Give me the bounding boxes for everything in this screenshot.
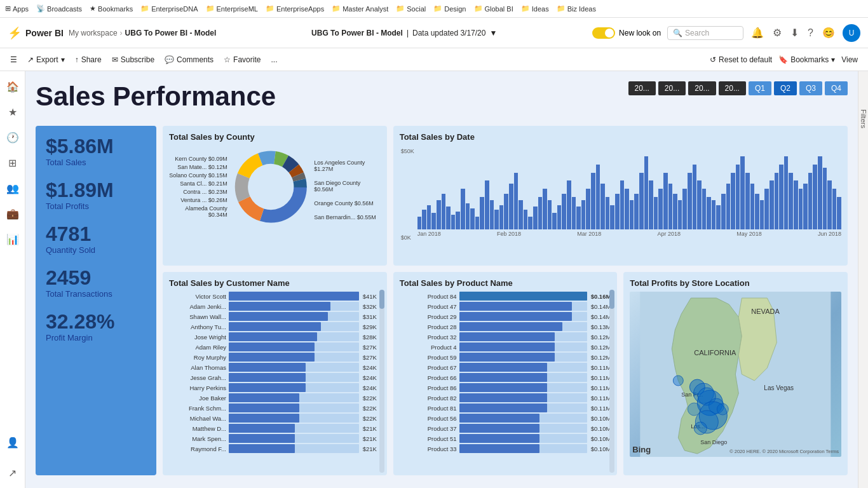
product-bar-label: Product 81 <box>400 405 457 412</box>
california-label: CALIFORNIA <box>695 349 737 356</box>
product-chart-title: Total Sales by Product Name <box>400 278 611 288</box>
breadcrumb-report[interactable]: UBG To Power BI - Model <box>125 29 217 37</box>
ts-bar <box>634 194 639 229</box>
nav-globalbi[interactable]: 📁 Global BI <box>474 4 513 13</box>
new-look-toggle[interactable] <box>592 27 615 39</box>
sidebar-shared[interactable]: 👥 <box>3 178 23 198</box>
dashboard: Sales Performance 20... 20... 20... 20..… <box>25 71 858 488</box>
nav-design[interactable]: 📁 Design <box>433 4 466 13</box>
notification-icon[interactable]: 🔔 <box>750 25 765 40</box>
year-btn-2[interactable]: 20... <box>658 81 686 95</box>
ts-bar <box>485 180 489 229</box>
toolbar-right: ↺ Reset to default 🔖 Bookmarks ▾ View <box>710 55 858 64</box>
year-btn-4[interactable]: 20... <box>719 81 746 95</box>
ts-bar <box>446 207 451 229</box>
nav-apps[interactable]: ⊞ Apps <box>5 4 29 13</box>
nav-masteranalyst[interactable]: 📁 Master Analyst <box>332 4 388 13</box>
donut-label-solano: Solano County $0.15M <box>169 172 227 179</box>
year-btn-1[interactable]: 20... <box>628 81 656 95</box>
product-scrollbar-thumb[interactable] <box>609 290 614 309</box>
broadcasts-icon: 📡 <box>36 4 45 13</box>
ts-bar <box>775 173 779 229</box>
product-bar-value: $0.10M <box>591 445 611 452</box>
ts-bar <box>422 210 426 229</box>
hamburger-icon: ☰ <box>10 55 17 64</box>
year-btn-3[interactable]: 20... <box>688 81 715 95</box>
nav-enterprisedna[interactable]: 📁 EnterpriseDNA <box>140 4 198 13</box>
nav-enterpriseapps[interactable]: 📁 EnterpriseApps <box>266 4 324 13</box>
quarter-btn-q4[interactable]: Q4 <box>825 81 848 95</box>
customer-bar-row: Shawn Wall... $31K <box>169 312 381 321</box>
bookmarks-star-icon: ★ <box>90 4 96 13</box>
nav-social[interactable]: 📁 Social <box>396 4 426 13</box>
emoji-icon[interactable]: 😊 <box>821 25 836 40</box>
customer-bar-fill <box>229 363 306 372</box>
quarter-btn-q3[interactable]: Q3 <box>799 81 822 95</box>
bookmarks-button[interactable]: 🔖 Bookmarks ▾ <box>778 55 835 64</box>
ts-bar <box>658 189 663 229</box>
customer-bar-fill <box>229 444 295 453</box>
export-button[interactable]: ↗ Export ▾ <box>27 55 65 64</box>
customer-bar-track <box>229 292 359 301</box>
map-dot-9 <box>688 403 701 416</box>
quarter-btn-q2[interactable]: Q2 <box>774 81 797 95</box>
nav-bookmarks[interactable]: ★ Bookmarks <box>90 4 133 13</box>
total-transactions-label: Total Transactions <box>46 289 146 299</box>
dropdown-icon[interactable]: ▼ <box>489 29 497 37</box>
customer-bar-label: Anthony Tu... <box>169 323 226 330</box>
sidebar-apps[interactable]: ⊞ <box>3 152 23 173</box>
nav-bizideas[interactable]: 📁 Biz Ideas <box>557 4 596 13</box>
product-bar-value: $0.11M <box>591 384 611 391</box>
map-copyright: © 2020 HERE. © 2020 Microsoft Corporatio… <box>729 449 839 454</box>
customer-bar-row: Mark Spen... $21K <box>169 434 381 443</box>
customer-bar-chart: Victor Scott $41K Adam Jenki... $32K Sha… <box>169 292 381 453</box>
ts-bar <box>461 189 465 229</box>
sidebar-expand[interactable]: ↗ <box>3 463 23 483</box>
nav-broadcasts[interactable]: 📡 Broadcasts <box>36 4 82 13</box>
sidebar-workspaces[interactable]: 💼 <box>3 203 23 224</box>
folder-icon-4: 📁 <box>332 4 341 13</box>
product-bar-row: Product 84 $0.16M <box>400 292 611 301</box>
help-icon[interactable]: ? <box>806 26 815 40</box>
ts-bar <box>417 217 422 229</box>
favorite-icon: ☆ <box>224 55 231 64</box>
nav-ideas[interactable]: 📁 Ideas <box>521 4 549 13</box>
product-bar-fill <box>459 363 548 372</box>
nav-enterpriseml[interactable]: 📁 EnterpriseML <box>206 4 258 13</box>
filters-label[interactable]: Filters <box>860 109 867 128</box>
map-svg: NEVADA CALIFORNIA Las Vegas San Fr... Lo… <box>630 292 841 457</box>
share-button[interactable]: ↑ Share <box>75 55 102 64</box>
customer-bar-fill <box>229 332 317 341</box>
product-scrollbar-track[interactable] <box>609 290 614 473</box>
customer-scrollbar-thumb[interactable] <box>379 290 384 309</box>
customer-bar-label: Michael Wa... <box>169 415 226 422</box>
view-button[interactable]: View <box>841 55 858 64</box>
reset-button[interactable]: ↺ Reset to default <box>710 55 772 64</box>
sidebar-recent[interactable]: 🕐 <box>3 127 23 147</box>
sidebar-home[interactable]: 🏠 <box>3 76 23 97</box>
favorite-button[interactable]: ☆ Favorite <box>224 55 261 64</box>
search-box[interactable]: 🔍 Search <box>667 26 743 40</box>
sidebar-dataflows[interactable]: 📊 <box>3 229 23 249</box>
customer-scrollbar-track[interactable] <box>379 290 384 473</box>
comments-button[interactable]: 💬 Comments <box>165 55 214 64</box>
hamburger-button[interactable]: ☰ <box>10 55 17 64</box>
total-profits-value: $1.89M <box>46 180 146 200</box>
more-button[interactable]: ... <box>271 55 277 64</box>
customer-bar-fill <box>229 373 306 382</box>
breadcrumb-workspace[interactable]: My workspace <box>69 29 118 37</box>
subscribe-icon: ✉ <box>112 55 118 64</box>
settings-icon[interactable]: ⚙ <box>771 25 783 40</box>
sidebar-favorites[interactable]: ★ <box>3 102 23 122</box>
app-logo[interactable]: ⚡ Power BI <box>8 26 64 40</box>
donut-label-kern: Kern County $0.09M <box>169 156 227 162</box>
ts-bar <box>779 165 783 229</box>
user-avatar[interactable]: U <box>843 24 860 42</box>
bookmarks-icon: 🔖 <box>778 55 788 64</box>
download-icon[interactable]: ⬇ <box>789 25 800 40</box>
quarter-btn-q1[interactable]: Q1 <box>749 81 771 95</box>
folder-icon-5: 📁 <box>396 4 405 13</box>
customer-bar-track <box>229 393 359 402</box>
sidebar-person[interactable]: 👤 <box>3 432 23 452</box>
subscribe-button[interactable]: ✉ Subscribe <box>112 55 154 64</box>
